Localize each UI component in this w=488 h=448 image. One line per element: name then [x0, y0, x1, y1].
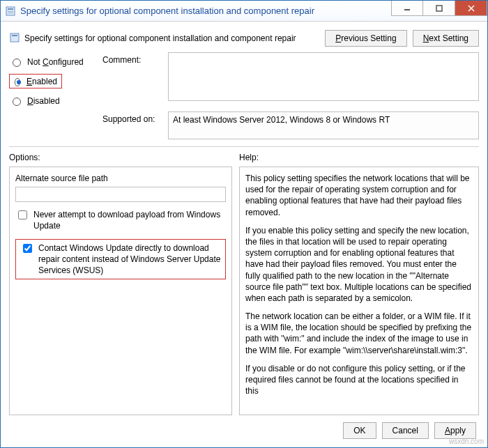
- never-download-label: Never attempt to download payload from W…: [33, 209, 226, 231]
- comment-label: Comment:: [102, 52, 165, 65]
- header-row: Specify settings for optional component …: [9, 27, 479, 52]
- app-icon: [5, 6, 16, 17]
- supported-label: Supported on:: [102, 111, 165, 124]
- state-radios: Not Configured Enabled Disabled: [9, 52, 100, 106]
- svg-rect-3: [8, 13, 13, 13]
- help-title: Help:: [239, 151, 479, 167]
- wsus-label: Contact Windows Update directly to downl…: [38, 242, 221, 277]
- svg-rect-2: [8, 11, 13, 12]
- next-setting-button[interactable]: Next Setting: [413, 30, 479, 47]
- separator: [9, 146, 479, 147]
- wsus-checkbox[interactable]: [23, 244, 32, 253]
- radio-not-configured-input[interactable]: [13, 59, 21, 67]
- columns: Options: Alternate source file path Neve…: [9, 151, 479, 415]
- close-button[interactable]: [455, 1, 487, 16]
- radio-disabled-input[interactable]: [13, 98, 21, 106]
- help-p2: If you enable this policy setting and sp…: [245, 225, 473, 304]
- help-column: Help: This policy setting specifies the …: [239, 151, 479, 415]
- apply-button[interactable]: Apply: [434, 422, 476, 439]
- policy-icon: [9, 32, 20, 45]
- radio-enabled-input[interactable]: [15, 78, 20, 86]
- options-title: Options:: [9, 151, 232, 167]
- alt-source-input[interactable]: [15, 187, 226, 202]
- svg-rect-1: [8, 8, 13, 10]
- help-p3: The network location can be either a fol…: [245, 311, 473, 356]
- supported-value: At least Windows Server 2012, Windows 8 …: [168, 111, 479, 139]
- comment-textarea[interactable]: [168, 52, 479, 101]
- help-panel[interactable]: This policy setting specifies the networ…: [239, 167, 479, 415]
- dialog-window: Specify settings for optional component …: [0, 0, 488, 448]
- alt-source-label: Alternate source file path: [15, 173, 226, 184]
- never-download-checkbox[interactable]: [18, 210, 27, 219]
- radio-not-configured[interactable]: Not Configured: [9, 56, 100, 67]
- window-title: Specify settings for optional component …: [20, 6, 314, 16]
- wsus-check[interactable]: Contact Windows Update directly to downl…: [15, 239, 226, 280]
- svg-rect-5: [436, 6, 442, 11]
- previous-setting-button[interactable]: Previous Setting: [325, 30, 406, 47]
- top-grid: Not Configured Enabled Disabled Comment:…: [9, 52, 479, 139]
- radio-disabled[interactable]: Disabled: [9, 95, 100, 106]
- svg-rect-8: [10, 33, 19, 42]
- cancel-button[interactable]: Cancel: [382, 422, 429, 439]
- ok-button[interactable]: OK: [343, 422, 376, 439]
- header-subtitle: Specify settings for optional component …: [24, 33, 296, 43]
- titlebar: Specify settings for optional component …: [1, 1, 487, 22]
- minimize-button[interactable]: [391, 1, 423, 16]
- content: Specify settings for optional component …: [1, 22, 487, 447]
- svg-rect-9: [12, 35, 17, 36]
- window-controls: [391, 1, 487, 16]
- maximize-button[interactable]: [423, 1, 455, 16]
- radio-enabled[interactable]: Enabled: [9, 74, 62, 88]
- help-p4: If you disable or do not configure this …: [245, 363, 473, 397]
- never-download-check[interactable]: Never attempt to download payload from W…: [15, 209, 226, 231]
- bottom-bar: OK Cancel Apply: [9, 415, 479, 439]
- options-column: Options: Alternate source file path Neve…: [9, 151, 232, 415]
- options-panel: Alternate source file path Never attempt…: [9, 167, 232, 415]
- help-p1: This policy setting specifies the networ…: [245, 173, 473, 218]
